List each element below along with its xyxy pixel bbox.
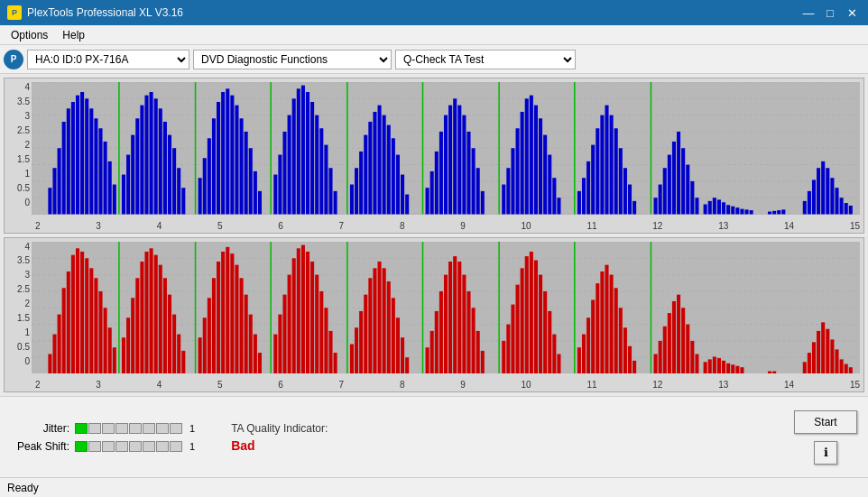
- svg-rect-22: [108, 161, 112, 215]
- svg-rect-200: [181, 350, 185, 373]
- svg-rect-270: [548, 310, 551, 373]
- app-icon: P: [7, 5, 22, 20]
- peak-seg-2: [88, 441, 101, 452]
- svg-rect-28: [135, 118, 139, 214]
- start-button[interactable]: Start: [794, 410, 857, 434]
- svg-rect-298: [704, 362, 707, 373]
- menu-help[interactable]: Help: [55, 27, 92, 43]
- svg-rect-64: [315, 115, 319, 215]
- svg-rect-174: [62, 288, 66, 373]
- peak-shift-meter: [75, 441, 182, 452]
- svg-rect-246: [426, 347, 429, 373]
- svg-rect-149: [777, 210, 780, 214]
- svg-rect-68: [334, 191, 337, 215]
- svg-rect-94: [472, 148, 476, 214]
- svg-rect-148: [772, 211, 776, 215]
- jitter-seg-7: [156, 423, 169, 434]
- svg-rect-294: [681, 308, 685, 373]
- jitter-seg-5: [129, 423, 142, 434]
- svg-rect-80: [396, 155, 400, 215]
- svg-rect-212: [245, 294, 248, 373]
- svg-rect-244: [405, 357, 409, 373]
- chart1-x-axis: 2 3 4 5 6 7 8 9 10 11 12 13 14 15: [32, 221, 863, 231]
- close-button[interactable]: ✕: [843, 5, 861, 21]
- svg-rect-217: [273, 334, 277, 373]
- svg-rect-291: [668, 313, 671, 373]
- svg-rect-158: [835, 188, 838, 214]
- svg-rect-239: [383, 268, 386, 373]
- start-section: Start ℹ: [794, 410, 857, 465]
- svg-rect-56: [278, 155, 282, 215]
- jitter-seg-4: [115, 423, 128, 434]
- svg-rect-141: [726, 205, 730, 214]
- svg-rect-228: [324, 308, 328, 373]
- svg-rect-208: [226, 246, 229, 373]
- menu-options[interactable]: Options: [4, 27, 55, 43]
- svg-rect-150: [781, 209, 785, 214]
- svg-rect-189: [131, 298, 134, 373]
- svg-rect-84: [426, 188, 429, 214]
- svg-rect-75: [373, 112, 376, 215]
- svg-rect-255: [466, 290, 470, 373]
- svg-rect-263: [516, 284, 520, 373]
- svg-rect-77: [383, 115, 386, 215]
- meters-section: Jitter: 1 Peak Shift:: [11, 422, 195, 453]
- svg-rect-222: [297, 248, 300, 373]
- jitter-seg-6: [143, 423, 155, 434]
- svg-rect-12: [62, 122, 66, 215]
- svg-rect-25: [122, 175, 125, 215]
- svg-rect-180: [89, 268, 93, 373]
- svg-rect-144: [740, 209, 743, 215]
- drive-select[interactable]: HA:0 ID:0 PX-716A: [27, 50, 189, 69]
- svg-rect-193: [150, 248, 153, 373]
- svg-rect-305: [735, 365, 739, 373]
- minimize-button[interactable]: —: [799, 5, 817, 21]
- svg-rect-51: [249, 148, 253, 214]
- svg-rect-236: [368, 278, 372, 373]
- function-select[interactable]: DVD Diagnostic Functions: [193, 50, 392, 69]
- svg-rect-140: [722, 202, 725, 214]
- svg-rect-313: [821, 322, 825, 373]
- svg-rect-71: [355, 168, 358, 214]
- svg-rect-99: [506, 168, 510, 214]
- svg-rect-96: [481, 191, 485, 215]
- svg-rect-103: [525, 98, 529, 214]
- svg-rect-23: [113, 185, 116, 215]
- svg-rect-10: [52, 168, 56, 214]
- svg-rect-302: [722, 360, 725, 373]
- svg-rect-309: [803, 362, 807, 373]
- svg-rect-37: [177, 168, 180, 214]
- svg-rect-297: [695, 354, 698, 373]
- svg-rect-40: [199, 178, 202, 214]
- test-select[interactable]: Q-Check TA Test: [395, 50, 576, 69]
- svg-rect-288: [654, 354, 658, 373]
- maximize-button[interactable]: □: [821, 5, 839, 21]
- svg-rect-88: [444, 115, 448, 215]
- svg-rect-82: [405, 195, 409, 215]
- svg-rect-293: [677, 294, 680, 373]
- svg-rect-207: [221, 251, 225, 373]
- svg-rect-226: [315, 274, 319, 373]
- svg-rect-225: [310, 261, 314, 373]
- svg-rect-46: [226, 88, 229, 214]
- svg-rect-33: [159, 108, 162, 214]
- svg-rect-181: [94, 278, 97, 373]
- svg-rect-206: [217, 261, 220, 373]
- svg-rect-187: [122, 337, 125, 373]
- svg-rect-48: [235, 106, 238, 215]
- svg-rect-74: [368, 122, 372, 215]
- svg-rect-185: [113, 347, 116, 373]
- svg-rect-110: [557, 198, 560, 214]
- info-button[interactable]: ℹ: [814, 441, 837, 465]
- svg-rect-213: [249, 314, 253, 373]
- svg-rect-105: [534, 106, 538, 215]
- svg-rect-215: [258, 353, 262, 373]
- svg-rect-16: [80, 92, 84, 215]
- svg-rect-253: [457, 261, 461, 373]
- svg-rect-218: [278, 314, 282, 373]
- svg-rect-312: [817, 330, 820, 373]
- svg-rect-154: [817, 168, 820, 214]
- svg-rect-314: [826, 328, 829, 373]
- svg-rect-238: [378, 261, 382, 373]
- svg-rect-282: [614, 288, 618, 373]
